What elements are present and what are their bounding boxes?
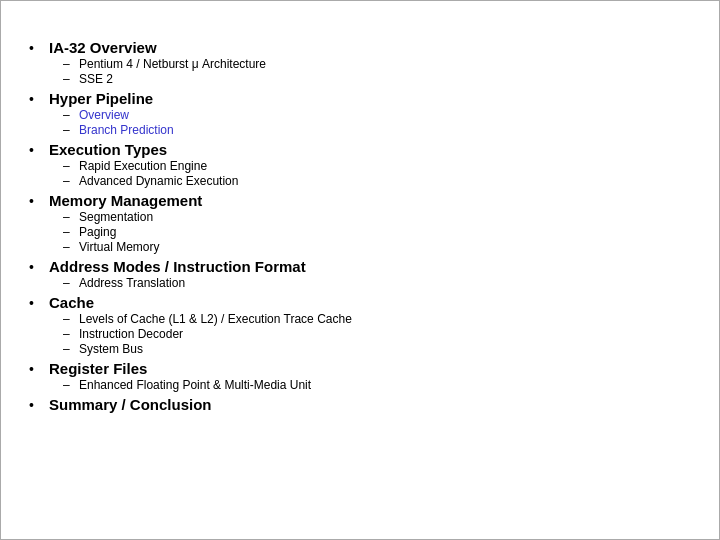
sub-item-4-0: –Address Translation (63, 276, 691, 290)
bullet-1: •Hyper Pipeline (29, 90, 691, 107)
bullet-dot-0: • (29, 40, 41, 56)
sub-item-6-0: –Enhanced Floating Point & Multi-Media U… (63, 378, 691, 392)
bullet-7: •Summary / Conclusion (29, 396, 691, 413)
sub-items-5: –Levels of Cache (L1 & L2) / Execution T… (63, 312, 691, 356)
bullet-label-3: Memory Management (49, 192, 202, 209)
sub-items-2: –Rapid Execution Engine–Advanced Dynamic… (63, 159, 691, 188)
sub-item-3-0: –Segmentation (63, 210, 691, 224)
sub-label-4-0: Address Translation (79, 276, 185, 290)
sub-label-5-2: System Bus (79, 342, 143, 356)
sub-item-5-2: –System Bus (63, 342, 691, 356)
sub-dash-0-1: – (63, 72, 73, 86)
sub-items-4: –Address Translation (63, 276, 691, 290)
sub-label-0-0: Pentium 4 / Netburst μ Architecture (79, 57, 266, 71)
bullet-2: •Execution Types (29, 141, 691, 158)
sub-label-1-1: Branch Prediction (79, 123, 174, 137)
bullet-dot-3: • (29, 193, 41, 209)
sub-label-6-0: Enhanced Floating Point & Multi-Media Un… (79, 378, 311, 392)
sub-label-1-0: Overview (79, 108, 129, 122)
bullet-dot-6: • (29, 361, 41, 377)
sub-item-3-1: –Paging (63, 225, 691, 239)
slide: •IA-32 Overview–Pentium 4 / Netburst μ A… (0, 0, 720, 540)
section-1: •Hyper Pipeline–Overview–Branch Predicti… (29, 90, 691, 137)
sub-item-0-0: –Pentium 4 / Netburst μ Architecture (63, 57, 691, 71)
section-3: •Memory Management–Segmentation–Paging–V… (29, 192, 691, 254)
sub-item-2-1: –Advanced Dynamic Execution (63, 174, 691, 188)
bullet-label-6: Register Files (49, 360, 147, 377)
sub-label-0-1: SSE 2 (79, 72, 113, 86)
sub-dash-3-2: – (63, 240, 73, 254)
sub-item-1-0: –Overview (63, 108, 691, 122)
section-5: •Cache–Levels of Cache (L1 & L2) / Execu… (29, 294, 691, 356)
sub-label-3-0: Segmentation (79, 210, 153, 224)
section-4: •Address Modes / Instruction Format–Addr… (29, 258, 691, 290)
sub-dash-2-0: – (63, 159, 73, 173)
sub-dash-1-1: – (63, 123, 73, 137)
bullet-dot-1: • (29, 91, 41, 107)
bullet-label-1: Hyper Pipeline (49, 90, 153, 107)
bullet-dot-7: • (29, 397, 41, 413)
bullet-0: •IA-32 Overview (29, 39, 691, 56)
sub-item-5-1: –Instruction Decoder (63, 327, 691, 341)
bullet-dot-5: • (29, 295, 41, 311)
sub-label-5-1: Instruction Decoder (79, 327, 183, 341)
sub-label-2-1: Advanced Dynamic Execution (79, 174, 238, 188)
sub-dash-3-1: – (63, 225, 73, 239)
sub-label-5-0: Levels of Cache (L1 & L2) / Execution Tr… (79, 312, 352, 326)
sub-item-5-0: –Levels of Cache (L1 & L2) / Execution T… (63, 312, 691, 326)
sub-item-3-2: –Virtual Memory (63, 240, 691, 254)
bullet-label-5: Cache (49, 294, 94, 311)
bullet-5: •Cache (29, 294, 691, 311)
bullet-dot-2: • (29, 142, 41, 158)
bullet-label-2: Execution Types (49, 141, 167, 158)
section-0: •IA-32 Overview–Pentium 4 / Netburst μ A… (29, 39, 691, 86)
bullet-4: •Address Modes / Instruction Format (29, 258, 691, 275)
sub-dash-6-0: – (63, 378, 73, 392)
bullet-label-7: Summary / Conclusion (49, 396, 212, 413)
sub-label-3-1: Paging (79, 225, 116, 239)
sub-dash-5-2: – (63, 342, 73, 356)
content-area: •IA-32 Overview–Pentium 4 / Netburst μ A… (29, 29, 691, 413)
sub-items-6: –Enhanced Floating Point & Multi-Media U… (63, 378, 691, 392)
section-7: •Summary / Conclusion (29, 396, 691, 413)
sub-dash-5-0: – (63, 312, 73, 326)
bullet-label-0: IA-32 Overview (49, 39, 157, 56)
sub-dash-2-1: – (63, 174, 73, 188)
section-6: •Register Files–Enhanced Floating Point … (29, 360, 691, 392)
section-2: •Execution Types–Rapid Execution Engine–… (29, 141, 691, 188)
sub-items-3: –Segmentation–Paging–Virtual Memory (63, 210, 691, 254)
sub-dash-0-0: – (63, 57, 73, 71)
bullet-3: •Memory Management (29, 192, 691, 209)
bullet-dot-4: • (29, 259, 41, 275)
sub-label-3-2: Virtual Memory (79, 240, 159, 254)
sub-items-1: –Overview–Branch Prediction (63, 108, 691, 137)
sub-dash-5-1: – (63, 327, 73, 341)
sub-item-0-1: –SSE 2 (63, 72, 691, 86)
sub-items-0: –Pentium 4 / Netburst μ Architecture–SSE… (63, 57, 691, 86)
sub-item-2-0: –Rapid Execution Engine (63, 159, 691, 173)
sub-item-1-1: –Branch Prediction (63, 123, 691, 137)
sub-dash-1-0: – (63, 108, 73, 122)
sub-dash-3-0: – (63, 210, 73, 224)
bullet-label-4: Address Modes / Instruction Format (49, 258, 306, 275)
sub-dash-4-0: – (63, 276, 73, 290)
sub-label-2-0: Rapid Execution Engine (79, 159, 207, 173)
bullet-6: •Register Files (29, 360, 691, 377)
